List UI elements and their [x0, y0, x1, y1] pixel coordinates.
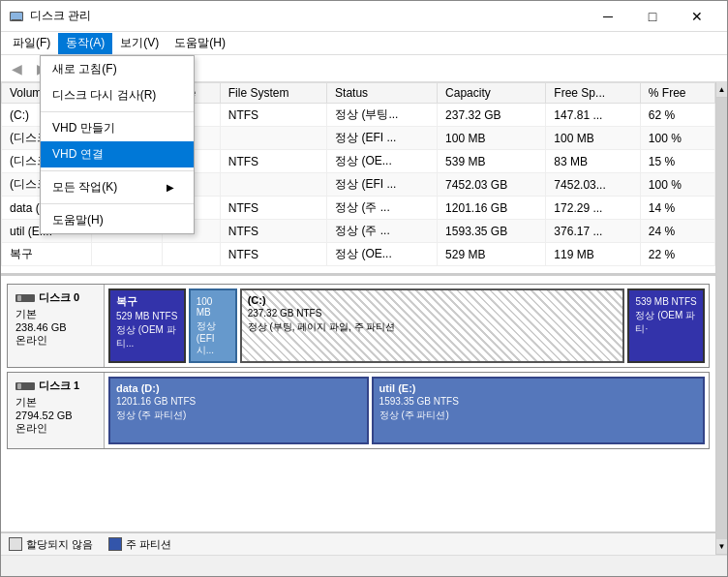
- menu-bar: 파일(F) 동작(A) 보기(V) 도움말(H) 새로 고침(F) 디스크 다시…: [1, 32, 727, 55]
- partition-size-0: 1201.16 GB NTFS: [116, 396, 361, 407]
- cell-free: 7452.03...: [546, 173, 640, 197]
- partition-disk0-2[interactable]: (C:)237.32 GB NTFS정상 (부팅, 페이지 파일, 주 파티션: [240, 288, 625, 363]
- cell-pct: 62 %: [640, 104, 714, 127]
- scroll-down[interactable]: ▼: [716, 539, 727, 555]
- partition-status-2: 정상 (부팅, 페이지 파일, 주 파티션: [248, 320, 618, 334]
- cell-pct: 24 %: [640, 220, 714, 243]
- partition-disk0-0[interactable]: 복구529 MB NTFS정상 (OEM 파티...: [108, 288, 186, 363]
- cell-pct: 15 %: [640, 150, 714, 173]
- app-icon: [9, 9, 24, 24]
- disk-info-disk0: 디스크 0기본238.46 GB온라인: [8, 285, 105, 367]
- dropdown-rescan[interactable]: 디스크 다시 검사(R): [41, 82, 194, 108]
- menu-action[interactable]: 동작(A): [58, 33, 112, 54]
- partition-size-1: 1593.35 GB NTFS: [379, 396, 697, 407]
- partition-status-0: 정상 (OEM 파티...: [116, 323, 178, 350]
- cell-pct: 22 %: [640, 243, 714, 266]
- back-button[interactable]: ◀: [5, 58, 28, 79]
- partition-size-3: 539 MB NTFS: [635, 296, 697, 307]
- dropdown-all-tasks[interactable]: 모든 작업(K) ▶: [41, 174, 194, 200]
- dropdown-help[interactable]: 도움말(H): [41, 207, 194, 233]
- disk-info-disk1: 디스크 1기본2794.52 GB온라인: [8, 373, 105, 448]
- dropdown-refresh[interactable]: 새로 고침(F): [41, 56, 194, 82]
- partition-status-3: 정상 (OEM 파티·: [635, 309, 697, 336]
- cell-capacity: 539 MB: [438, 150, 546, 173]
- cell-free: 147.81 ...: [546, 104, 640, 127]
- window-controls: ─ □ ✕: [586, 1, 719, 32]
- dropdown-separator-1: [41, 111, 194, 112]
- cell-free: 172.29 ...: [546, 197, 640, 220]
- cell-layout: [91, 243, 162, 266]
- partition-size-1: 100 MB: [197, 296, 229, 318]
- col-fs: File System: [220, 83, 326, 104]
- legend-unallocated: 할당되지 않음: [9, 537, 93, 552]
- right-scrollbar[interactable]: ▲ ▼: [715, 82, 727, 555]
- cell-fs: NTFS: [220, 243, 326, 266]
- partition-label-2: (C:): [248, 294, 618, 306]
- scroll-thumb[interactable]: [716, 98, 727, 539]
- col-pct: % Free: [640, 83, 714, 104]
- cell-free: 100 MB: [546, 127, 640, 150]
- col-status: Status: [327, 83, 438, 104]
- minimize-button[interactable]: ─: [586, 1, 630, 32]
- partition-size-2: 237.32 GB NTFS: [248, 308, 618, 319]
- svg-rect-4: [17, 295, 21, 301]
- maximize-button[interactable]: □: [630, 1, 675, 32]
- partition-status-1: 정상 (EFI 시...: [197, 319, 229, 357]
- dropdown-vhd-create[interactable]: VHD 만들기: [41, 115, 194, 141]
- disk-visual-area: 디스크 0기본238.46 GB온라인복구529 MB NTFS정상 (OEM …: [1, 276, 715, 531]
- cell-volume: 복구: [2, 243, 92, 266]
- cell-fs: [220, 173, 326, 197]
- partition-status-0: 정상 (주 파티션): [116, 409, 361, 422]
- menu-help[interactable]: 도움말(H): [167, 33, 233, 54]
- status-bar: [1, 555, 727, 576]
- partition-label-0: data (D:): [116, 382, 361, 394]
- legend-unallocated-label: 할당되지 않음: [26, 537, 93, 552]
- disk-partitions-disk1: data (D:)1201.16 GB NTFS정상 (주 파티션)util (…: [105, 373, 709, 448]
- cell-type: [163, 243, 221, 266]
- partition-label-1: util (E:): [379, 382, 697, 394]
- table-row[interactable]: 복구NTFS정상 (OE...529 MB119 MB22 %: [2, 243, 715, 266]
- disk-icon-disk0: [15, 292, 35, 304]
- cell-status: 정상 (OE...: [327, 243, 438, 266]
- cell-fs: NTFS: [220, 220, 326, 243]
- legend-primary-label: 주 파티션: [126, 537, 171, 552]
- partition-disk1-0[interactable]: data (D:)1201.16 GB NTFS정상 (주 파티션): [108, 377, 369, 444]
- action-dropdown: 새로 고침(F) 디스크 다시 검사(R) VHD 만들기 VHD 연결 모든 …: [40, 55, 195, 234]
- cell-pct: 14 %: [640, 197, 714, 220]
- disk-title-disk0: 디스크 0: [15, 290, 96, 305]
- dropdown-vhd-attach[interactable]: VHD 연결: [41, 141, 194, 167]
- legend-primary-box: [108, 537, 122, 551]
- menu-file[interactable]: 파일(F): [5, 33, 58, 54]
- cell-pct: 100 %: [640, 127, 714, 150]
- col-capacity: Capacity: [438, 83, 546, 104]
- legend-unallocated-box: [9, 537, 22, 551]
- partition-status-1: 정상 (주 파티션): [379, 409, 697, 422]
- svg-rect-1: [11, 13, 22, 20]
- cell-status: 정상 (부팅...: [327, 104, 438, 127]
- cell-capacity: 237.32 GB: [438, 104, 546, 127]
- col-free: Free Sp...: [546, 83, 640, 104]
- cell-status: 정상 (EFI ...: [327, 127, 438, 150]
- partition-size-0: 529 MB NTFS: [116, 311, 178, 321]
- svg-rect-6: [17, 383, 21, 389]
- submenu-arrow: ▶: [167, 182, 174, 193]
- cell-free: 376.17 ...: [546, 220, 640, 243]
- partition-disk1-1[interactable]: util (E:)1593.35 GB NTFS정상 (주 파티션): [372, 377, 705, 444]
- partition-disk0-3[interactable]: 539 MB NTFS정상 (OEM 파티·: [627, 288, 705, 363]
- menu-view[interactable]: 보기(V): [112, 33, 167, 54]
- cell-capacity: 1593.35 GB: [438, 220, 546, 243]
- window-title: 디스크 관리: [30, 8, 586, 24]
- partition-disk0-1[interactable]: 100 MB정상 (EFI 시...: [189, 288, 237, 363]
- cell-free: 83 MB: [546, 150, 640, 173]
- dropdown-separator-2: [41, 170, 194, 171]
- disk-partitions-disk0: 복구529 MB NTFS정상 (OEM 파티...100 MB정상 (EFI …: [105, 285, 709, 367]
- disk-row-disk1: 디스크 1기본2794.52 GB온라인data (D:)1201.16 GB …: [7, 372, 710, 449]
- scroll-up[interactable]: ▲: [716, 82, 727, 98]
- cell-capacity: 100 MB: [438, 127, 546, 150]
- cell-fs: NTFS: [220, 104, 326, 127]
- disk-title-disk1: 디스크 1: [15, 379, 96, 393]
- cell-capacity: 1201.16 GB: [438, 197, 546, 220]
- svg-rect-2: [12, 19, 21, 20]
- close-button[interactable]: ✕: [675, 1, 719, 32]
- partition-label-0: 복구: [116, 294, 178, 309]
